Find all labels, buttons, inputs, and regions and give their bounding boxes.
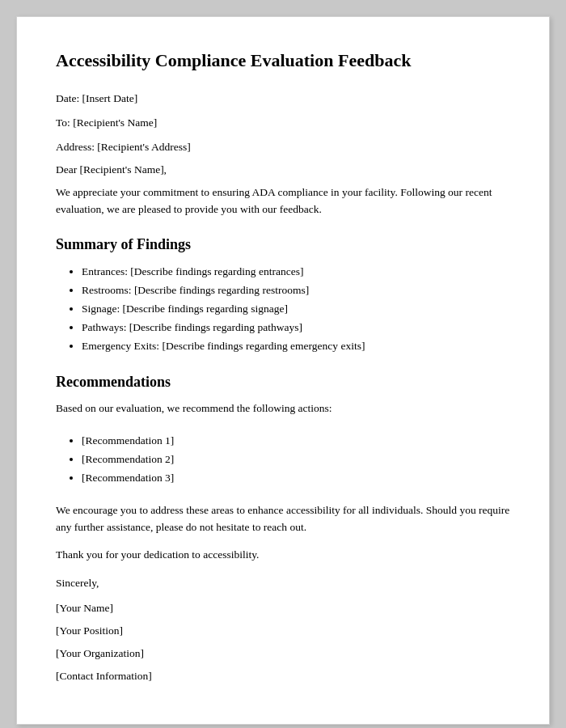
closing-paragraph-2: Thank you for your dedication to accessi… bbox=[56, 547, 510, 564]
document-container: Accessibility Compliance Evaluation Feed… bbox=[16, 16, 550, 725]
intro-paragraph: We appreciate your commitment to ensurin… bbox=[56, 184, 510, 218]
list-item: Entrances: [Describe findings regarding … bbox=[82, 263, 510, 281]
address-line: Address: [Recipient's Address] bbox=[56, 139, 510, 155]
recommendations-list: [Recommendation 1] [Recommendation 2] [R… bbox=[56, 432, 510, 488]
list-item: Restrooms: [Describe findings regarding … bbox=[82, 281, 510, 300]
findings-list: Entrances: [Describe findings regarding … bbox=[56, 263, 510, 356]
to-line: To: [Recipient's Name] bbox=[56, 115, 510, 131]
closing-paragraph-1: We encourage you to address these areas … bbox=[56, 502, 510, 536]
document-title: Accessibility Compliance Evaluation Feed… bbox=[56, 49, 510, 73]
recommendations-intro: Based on our evaluation, we recommend th… bbox=[56, 400, 510, 417]
salutation: Dear [Recipient's Name], bbox=[56, 163, 510, 176]
contact-information: [Contact Information] bbox=[56, 668, 510, 684]
list-item: Emergency Exits: [Describe findings rega… bbox=[82, 337, 510, 356]
sincerely-line: Sincerely, bbox=[56, 575, 510, 591]
your-name: [Your Name] bbox=[56, 600, 510, 616]
list-item: Pathways: [Describe findings regarding p… bbox=[82, 319, 510, 337]
list-item: [Recommendation 2] bbox=[82, 451, 510, 469]
your-organization: [Your Organization] bbox=[56, 645, 510, 662]
signature-block: [Your Name] [Your Position] [Your Organi… bbox=[56, 600, 510, 685]
date-line: Date: [Insert Date] bbox=[56, 91, 510, 107]
your-position: [Your Position] bbox=[56, 623, 510, 639]
list-item: [Recommendation 3] bbox=[82, 469, 510, 488]
list-item: Signage: [Describe findings regarding si… bbox=[82, 300, 510, 319]
list-item: [Recommendation 1] bbox=[82, 432, 510, 451]
recommendations-heading: Recommendations bbox=[56, 374, 510, 391]
findings-heading: Summary of Findings bbox=[56, 236, 510, 253]
